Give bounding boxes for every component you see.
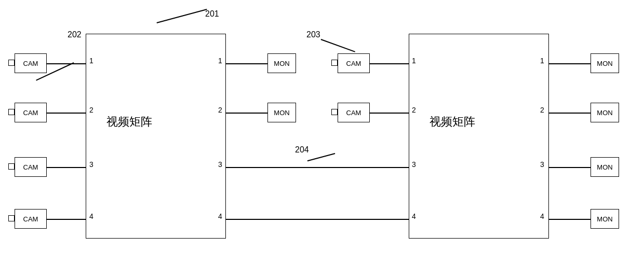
left-matrix-label: 视频矩阵 — [106, 114, 152, 130]
left-cam-3-line — [47, 167, 86, 168]
right-mon-4-line — [549, 219, 591, 220]
left-input-num-3: 3 — [89, 160, 93, 169]
right-input-num-1: 1 — [412, 57, 416, 65]
left-input-num-1: 1 — [89, 57, 93, 65]
left-cam-3: CAM — [15, 157, 47, 177]
left-cam-2-connector — [8, 109, 15, 115]
left-cam-3-connector — [8, 163, 15, 170]
right-input-3-line — [330, 167, 409, 168]
right-mon-3-line — [549, 167, 591, 168]
left-cam-2-line — [47, 113, 86, 114]
left-input-num-2: 2 — [89, 106, 93, 114]
right-mon-1-line — [549, 63, 591, 64]
right-cam-2: CAM — [338, 103, 370, 122]
left-output-num-2: 2 — [218, 106, 222, 114]
right-cam-2-connector — [331, 109, 338, 115]
left-cam-4: CAM — [15, 209, 47, 229]
left-output-num-1: 1 — [218, 57, 222, 65]
right-output-num-4: 4 — [540, 212, 544, 220]
diagram: 视频矩阵 201 202 CAM 1 CAM 2 CAM 3 CAM 4 1 M… — [0, 0, 644, 265]
left-mon-1-line — [226, 63, 267, 64]
left-matrix — [86, 34, 226, 239]
right-matrix-label: 视频矩阵 — [430, 114, 475, 130]
annotation-201-line — [157, 9, 207, 23]
right-input-num-4: 4 — [412, 212, 416, 220]
right-mon-4: MON — [591, 209, 619, 229]
annotation-203: 203 — [306, 30, 320, 39]
left-mon-1: MON — [267, 53, 296, 73]
right-mon-2: MON — [591, 103, 619, 122]
left-cam-4-connector — [8, 215, 15, 221]
right-output-num-2: 2 — [540, 106, 544, 114]
left-output-4-ext-line — [226, 219, 330, 220]
right-input-num-3: 3 — [412, 160, 416, 169]
left-cam-1-connector — [8, 60, 15, 66]
left-output-num-4: 4 — [218, 212, 222, 220]
left-cam-1-line — [47, 63, 86, 64]
right-mon-2-line — [549, 113, 591, 114]
annotation-204: 204 — [295, 145, 309, 155]
right-output-num-3: 3 — [540, 160, 544, 169]
right-cam-1: CAM — [338, 53, 370, 73]
left-output-3-ext-line — [226, 167, 330, 168]
left-input-num-4: 4 — [89, 212, 93, 220]
right-input-num-2: 2 — [412, 106, 416, 114]
right-mon-3: MON — [591, 157, 619, 177]
left-cam-4-line — [47, 219, 86, 220]
left-cam-2: CAM — [15, 103, 47, 122]
right-matrix — [409, 34, 549, 239]
right-input-4-line — [330, 219, 409, 220]
left-mon-2: MON — [267, 103, 296, 122]
right-mon-1: MON — [591, 53, 619, 73]
right-cam-2-line — [370, 113, 409, 114]
left-output-num-3: 3 — [218, 160, 222, 169]
right-cam-1-connector — [331, 60, 338, 66]
annotation-201: 201 — [205, 9, 219, 19]
left-cam-1: CAM — [15, 53, 47, 73]
right-cam-1-line — [370, 63, 409, 64]
annotation-204-line — [307, 153, 336, 161]
left-mon-2-line — [226, 113, 267, 114]
annotation-202: 202 — [68, 30, 82, 39]
right-output-num-1: 1 — [540, 57, 544, 65]
annotation-203-line — [321, 39, 355, 52]
